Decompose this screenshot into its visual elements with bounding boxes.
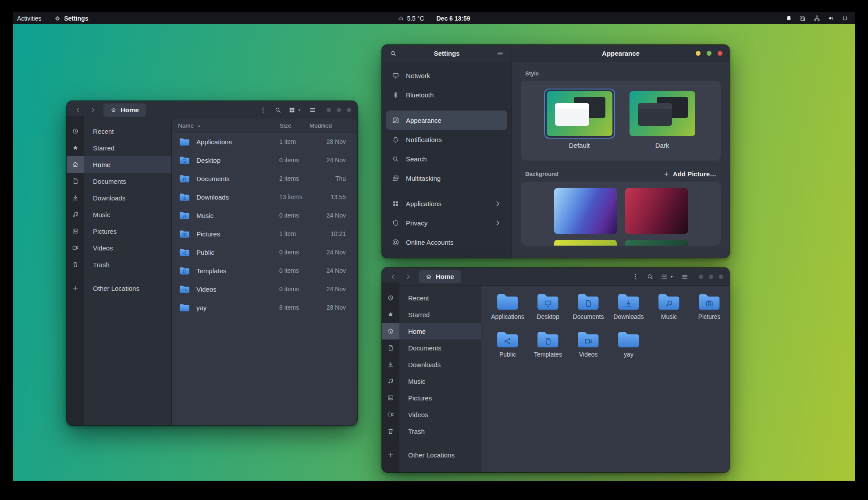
file-row[interactable]: Pictures1 item10:21: [172, 225, 357, 243]
minimize-button[interactable]: [696, 51, 701, 56]
wallpaper-thumbnail-red[interactable]: [625, 188, 688, 234]
settings-nav-multitasking[interactable]: Multitasking: [386, 168, 507, 188]
back-button[interactable]: [387, 271, 399, 283]
sidebar-item-pictures[interactable]: Pictures: [382, 389, 481, 406]
file-row[interactable]: Public0 items24 Nov: [172, 243, 357, 261]
view-toggle-button[interactable]: [659, 271, 676, 283]
menu-kebab-button[interactable]: [257, 104, 269, 116]
minimize-button[interactable]: [327, 108, 331, 112]
grid-item[interactable]: Templates: [528, 328, 568, 366]
search-button[interactable]: [272, 104, 284, 116]
maximize-button[interactable]: [709, 275, 713, 279]
location-button[interactable]: Home: [103, 104, 146, 117]
maximize-button[interactable]: [337, 108, 341, 112]
file-row[interactable]: Videos0 items24 Nov: [172, 280, 357, 298]
grid-item[interactable]: Downloads: [608, 290, 649, 328]
file-row[interactable]: Templates0 items24 Nov: [172, 261, 357, 280]
sidebar-item-recent[interactable]: Recent: [382, 289, 481, 306]
network-icon: [392, 72, 399, 79]
clock-button[interactable]: Dec 6 13:59: [437, 12, 470, 24]
file-row[interactable]: Applications1 item28 Nov: [172, 132, 357, 151]
file-row[interactable]: Documents2 itemsThu: [172, 169, 357, 188]
sidebar-item-trash[interactable]: Trash: [67, 256, 171, 273]
sidebar-item-other-locations[interactable]: Other Locations: [382, 446, 481, 463]
settings-nav-privacy[interactable]: Privacy: [386, 213, 507, 232]
grid-item[interactable]: Documents: [568, 290, 608, 328]
extension-tray-button[interactable]: [786, 12, 792, 24]
sidebar-item-home[interactable]: Home: [382, 323, 481, 339]
file-row[interactable]: Downloads13 items13:55: [172, 188, 357, 206]
wallpaper-thumbnail-lime[interactable]: [554, 240, 617, 246]
grid-item[interactable]: Pictures: [689, 290, 729, 328]
focused-app-menu[interactable]: Settings: [54, 12, 88, 24]
settings-nav-notifications[interactable]: Notifications: [386, 130, 507, 149]
network-status-button[interactable]: [814, 12, 820, 24]
grid-item[interactable]: Applications: [487, 290, 528, 328]
sidebar-item-videos[interactable]: Videos: [67, 239, 171, 256]
file-row[interactable]: yay8 items28 Nov: [172, 298, 357, 317]
settings-menu-button[interactable]: [494, 47, 506, 60]
search-button[interactable]: [644, 271, 656, 283]
view-toggle-button[interactable]: [287, 104, 304, 116]
hamburger-menu-button[interactable]: [679, 271, 691, 283]
folder-icon: [616, 330, 641, 350]
settings-panel: Appearance Style Default: [512, 45, 729, 258]
settings-nav-bluetooth[interactable]: Bluetooth: [386, 85, 507, 104]
wallpaper-thumbnail-green[interactable]: [625, 240, 688, 246]
forward-button[interactable]: [402, 271, 414, 283]
activities-button[interactable]: Activities: [17, 12, 41, 24]
column-header-name[interactable]: Name: [172, 119, 275, 132]
grid-item[interactable]: yay: [608, 328, 649, 366]
close-button[interactable]: [347, 108, 351, 112]
sidebar-item-home[interactable]: Home: [67, 156, 171, 173]
home-icon: [426, 274, 432, 280]
grid-item[interactable]: Music: [649, 290, 689, 328]
settings-nav-applications[interactable]: Applications: [386, 194, 507, 213]
sidebar-item-music[interactable]: Music: [382, 373, 481, 389]
sidebar-item-documents[interactable]: Documents: [382, 339, 481, 356]
close-button[interactable]: [718, 51, 722, 56]
close-button[interactable]: [719, 275, 723, 279]
grid-item[interactable]: Desktop: [528, 290, 568, 328]
hamburger-menu-button[interactable]: [306, 104, 319, 116]
document-icon: [387, 344, 394, 351]
column-header-size[interactable]: Size: [275, 119, 305, 132]
sidebar-item-recent[interactable]: Recent: [67, 123, 171, 139]
extensions-button[interactable]: [800, 12, 806, 24]
apps-icon: [392, 200, 399, 207]
settings-nav-online-accounts[interactable]: Online Accounts: [386, 232, 507, 252]
weather-indicator[interactable]: 5.5 °C: [398, 12, 424, 24]
search-icon: [390, 50, 397, 57]
sidebar-item-downloads[interactable]: Downloads: [382, 356, 481, 373]
settings-search-button[interactable]: [387, 47, 399, 60]
settings-nav-search[interactable]: Search: [386, 149, 507, 168]
settings-nav-network[interactable]: Network: [386, 66, 507, 85]
minimize-button[interactable]: [699, 275, 703, 279]
maximize-button[interactable]: [707, 51, 711, 56]
volume-button[interactable]: [828, 12, 834, 24]
file-row[interactable]: Desktop0 items24 Nov: [172, 151, 357, 169]
column-header-modified[interactable]: Modified: [305, 119, 357, 132]
menu-kebab-button[interactable]: [629, 271, 641, 283]
sidebar-item-music[interactable]: Music: [67, 206, 171, 223]
grid-item[interactable]: Videos: [568, 328, 608, 366]
settings-nav-appearance[interactable]: Appearance: [386, 111, 507, 130]
sidebar-item-starred[interactable]: Starred: [382, 306, 481, 323]
forward-button[interactable]: [87, 104, 99, 116]
sidebar-item-trash[interactable]: Trash: [382, 423, 481, 439]
sidebar-item-downloads[interactable]: Downloads: [67, 189, 171, 206]
theme-option-default[interactable]: Default: [544, 89, 615, 149]
sidebar-item-other-locations[interactable]: Other Locations: [67, 280, 171, 296]
grid-item[interactable]: Public: [487, 328, 528, 366]
location-button[interactable]: Home: [419, 270, 461, 283]
sidebar-item-starred[interactable]: Starred: [67, 139, 171, 156]
sidebar-item-pictures[interactable]: Pictures: [67, 223, 171, 239]
wallpaper-thumbnail-blue[interactable]: [554, 188, 617, 234]
sidebar-item-videos[interactable]: Videos: [382, 406, 481, 423]
add-picture-button[interactable]: Add Picture…: [663, 170, 716, 178]
theme-option-dark[interactable]: Dark: [627, 89, 698, 149]
file-row[interactable]: Music0 items24 Nov: [172, 206, 357, 225]
sidebar-item-documents[interactable]: Documents: [67, 173, 171, 189]
back-button[interactable]: [72, 104, 84, 116]
power-button[interactable]: [842, 12, 848, 24]
